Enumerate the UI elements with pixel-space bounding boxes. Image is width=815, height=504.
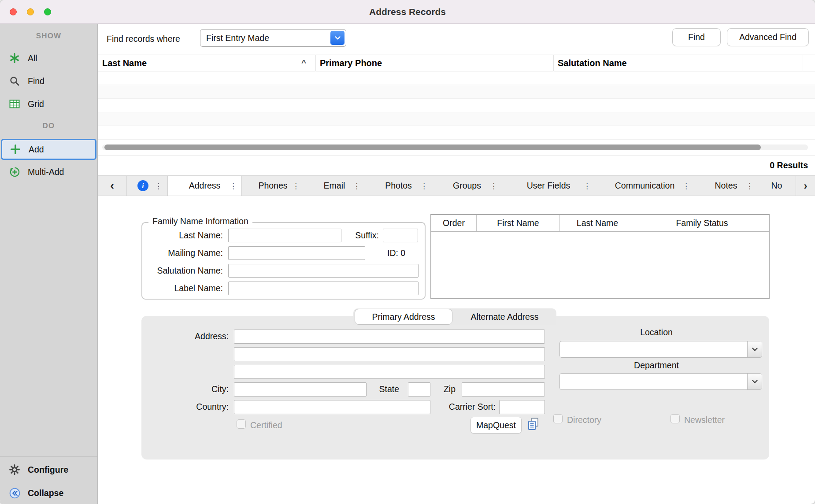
find-button[interactable]: Find bbox=[672, 28, 721, 46]
address-line-3-field[interactable] bbox=[234, 365, 545, 379]
tab-label: Groups bbox=[453, 181, 481, 191]
family-table-body[interactable] bbox=[431, 232, 769, 297]
tab-phones[interactable]: Phones ⋮ bbox=[242, 176, 304, 196]
record-id-text: ID: 0 bbox=[387, 248, 422, 258]
sidebar-item-add[interactable]: Add bbox=[1, 139, 96, 160]
location-label: Location bbox=[612, 327, 700, 337]
table-row bbox=[98, 85, 815, 99]
tab-notes[interactable]: Notes ⋮ bbox=[694, 176, 758, 196]
certified-checkbox[interactable] bbox=[237, 419, 246, 429]
suffix-field[interactable] bbox=[383, 229, 418, 242]
sidebar-item-label: Add bbox=[29, 145, 44, 155]
tab-info[interactable]: i ⋮ bbox=[127, 176, 167, 196]
tab-menu-icon[interactable]: ⋮ bbox=[353, 181, 360, 190]
tab-menu-icon[interactable]: ⋮ bbox=[583, 181, 591, 190]
last-name-field[interactable] bbox=[228, 229, 341, 242]
tab-menu-icon[interactable]: ⋮ bbox=[230, 181, 237, 190]
find-criteria-dropdown[interactable]: First Entry Made bbox=[200, 29, 346, 47]
find-criteria-value: First Entry Made bbox=[206, 30, 269, 46]
tab-user-fields[interactable]: User Fields ⋮ bbox=[502, 176, 595, 196]
table-row bbox=[98, 112, 815, 126]
tab-photos[interactable]: Photos ⋮ bbox=[365, 176, 432, 196]
dropdown-chevron-icon bbox=[747, 374, 762, 389]
zip-field[interactable] bbox=[462, 382, 545, 397]
address-line-2-field[interactable] bbox=[234, 347, 545, 361]
tabs-scroll-right-button[interactable]: › bbox=[796, 176, 815, 196]
mailing-name-field[interactable] bbox=[228, 246, 365, 260]
newsletter-checkbox[interactable] bbox=[671, 414, 680, 423]
tab-menu-icon[interactable]: ⋮ bbox=[682, 181, 690, 190]
tab-label: User Fields bbox=[527, 181, 570, 191]
sidebar-item-find[interactable]: Find bbox=[0, 70, 98, 93]
results-table-body bbox=[98, 71, 815, 140]
state-field[interactable] bbox=[408, 382, 430, 397]
sidebar-item-multi-add[interactable]: Multi-Add bbox=[0, 160, 98, 183]
gear-icon bbox=[8, 464, 21, 475]
city-field[interactable] bbox=[234, 382, 367, 397]
tab-communication[interactable]: Communication ⋮ bbox=[595, 176, 694, 196]
info-icon: i bbox=[137, 180, 148, 191]
sidebar-divider bbox=[0, 456, 97, 457]
label-name-label: Label Name: bbox=[147, 283, 223, 293]
tab-email[interactable]: Email ⋮ bbox=[304, 176, 365, 196]
tab-primary-address[interactable]: Primary Address bbox=[355, 309, 452, 325]
tab-menu-icon[interactable]: ⋮ bbox=[155, 181, 162, 190]
location-dropdown[interactable] bbox=[559, 341, 762, 358]
column-header-primary-phone[interactable]: Primary Phone bbox=[320, 55, 382, 71]
tab-label: Address bbox=[189, 181, 221, 191]
carrier-sort-label: Carrier Sort: bbox=[432, 402, 496, 412]
label-name-field[interactable] bbox=[228, 282, 419, 295]
sidebar-section-show: SHOW bbox=[0, 32, 97, 41]
tab-partial[interactable]: No bbox=[758, 176, 796, 196]
copy-address-icon[interactable] bbox=[527, 418, 540, 433]
column-header-family-status: Family Status bbox=[635, 215, 769, 231]
tab-label: Communication bbox=[615, 181, 674, 191]
city-label: City: bbox=[158, 384, 229, 394]
column-header-last-name: Last Name bbox=[560, 215, 635, 231]
tab-alternate-address[interactable]: Alternate Address bbox=[453, 309, 556, 325]
address-tab-control: Primary Address Alternate Address bbox=[353, 308, 556, 325]
tab-menu-icon[interactable]: ⋮ bbox=[420, 181, 428, 190]
horizontal-scrollbar-thumb[interactable] bbox=[104, 145, 761, 150]
dropdown-chevron-icon bbox=[747, 341, 762, 357]
sidebar-item-all[interactable]: All bbox=[0, 47, 98, 70]
tab-menu-icon[interactable]: ⋮ bbox=[746, 181, 753, 190]
chevron-left-icon: ‹ bbox=[110, 179, 114, 193]
tab-menu-icon[interactable]: ⋮ bbox=[490, 181, 497, 190]
column-header-salutation-name[interactable]: Salutation Name bbox=[558, 55, 627, 71]
tabs-scroll-left-button[interactable]: ‹ bbox=[98, 176, 127, 196]
results-separator bbox=[98, 155, 815, 156]
tab-label: Notes bbox=[715, 181, 737, 191]
sidebar-section-do: DO bbox=[0, 122, 97, 130]
last-name-label: Last Name: bbox=[147, 230, 223, 241]
group-legend: Family Name Information bbox=[148, 216, 252, 226]
sidebar-item-collapse[interactable]: Collapse bbox=[0, 482, 98, 504]
directory-checkbox[interactable] bbox=[553, 414, 563, 423]
column-header-last-name[interactable]: Last Name bbox=[102, 55, 147, 71]
sidebar-item-label: Configure bbox=[28, 465, 68, 475]
department-dropdown[interactable] bbox=[559, 373, 762, 390]
window-title: Address Records bbox=[0, 0, 815, 24]
country-field[interactable] bbox=[234, 400, 430, 414]
sidebar-item-grid[interactable]: Grid bbox=[0, 93, 98, 115]
family-name-information-group: Family Name Information Last Name: Suffi… bbox=[141, 222, 426, 300]
tab-label: Phones bbox=[258, 181, 287, 191]
advanced-find-button[interactable]: Advanced Find bbox=[727, 28, 809, 46]
mapquest-button[interactable]: MapQuest bbox=[470, 417, 522, 434]
dropdown-chevron-icon bbox=[330, 31, 345, 45]
tab-menu-icon[interactable]: ⋮ bbox=[292, 181, 300, 190]
address-label: Address: bbox=[158, 331, 229, 341]
column-header-order: Order bbox=[431, 215, 477, 231]
sidebar-item-label: Grid bbox=[28, 99, 44, 109]
sort-ascending-icon[interactable]: ^ bbox=[301, 55, 306, 71]
salutation-name-field[interactable] bbox=[228, 264, 419, 278]
address-line-1-field[interactable] bbox=[234, 330, 545, 344]
carrier-sort-field[interactable] bbox=[499, 400, 545, 414]
tab-address[interactable]: Address ⋮ bbox=[167, 176, 242, 196]
table-row bbox=[98, 99, 815, 112]
department-label: Department bbox=[612, 360, 700, 371]
country-label: Country: bbox=[158, 402, 229, 412]
magnifier-icon bbox=[8, 76, 21, 86]
tab-groups[interactable]: Groups ⋮ bbox=[432, 176, 502, 196]
sidebar-item-configure[interactable]: Configure bbox=[0, 458, 98, 481]
